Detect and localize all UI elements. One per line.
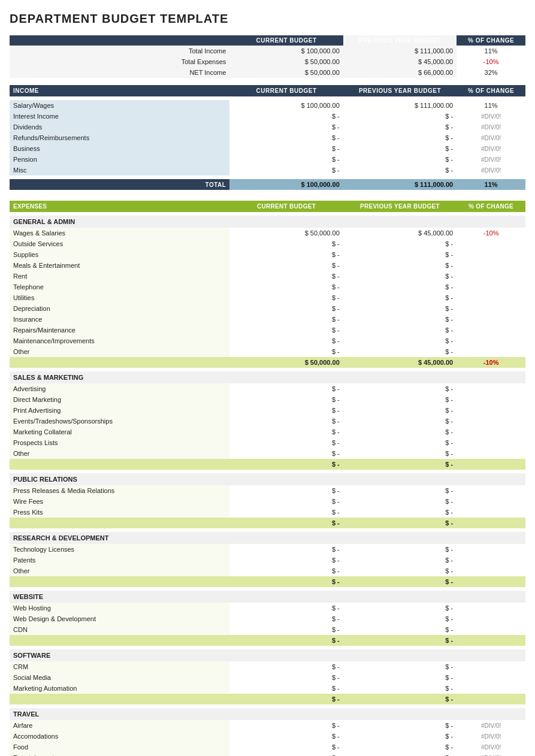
summary-table: CURRENT BUDGET PREVIOUS YEAR BUDGET % OF… <box>10 35 525 78</box>
expense-row: Airfare $ - $ - #DIV/0! <box>10 720 525 731</box>
page-title: DEPARTMENT BUDGET TEMPLATE <box>10 12 525 26</box>
expense-row-pct <box>457 303 525 314</box>
expense-row-current: $ - <box>229 555 343 566</box>
expense-row-pct <box>457 603 525 613</box>
expense-subtotal-previous: $ - <box>343 576 457 587</box>
expense-row-label: Other <box>10 346 229 357</box>
expenses-section-label: EXPENSES <box>10 201 229 212</box>
expense-row-label: Patents <box>10 555 229 566</box>
expense-row-label: Prospects Lists <box>10 437 229 448</box>
expense-row-label: CRM <box>10 661 229 672</box>
expense-row-pct <box>457 405 525 416</box>
summary-row: Total Income $ 100,000.00 $ 111,000.00 1… <box>10 46 525 56</box>
expense-row-previous: $ - <box>343 603 457 613</box>
expense-row-current: $ - <box>229 448 343 459</box>
expense-row: Print Advertising $ - $ - <box>10 405 525 416</box>
expense-row-label: Repairs/Maintenance <box>10 325 229 335</box>
expense-row-current: $ - <box>229 566 343 576</box>
expense-row: Food $ - $ - #DIV/0! <box>10 742 525 752</box>
expense-row-label: Insurance <box>10 314 229 325</box>
expense-row: Maintenance/Improvements $ - $ - <box>10 335 525 346</box>
expense-row: Web Design & Development $ - $ - <box>10 613 525 624</box>
expense-row-current: $ - <box>229 683 343 694</box>
expense-row-previous: $ - <box>343 613 457 624</box>
expense-row-pct <box>457 624 525 635</box>
income-row-label: Refunds/Reimbursements <box>10 132 229 143</box>
expense-row-current: $ - <box>229 720 343 731</box>
expense-row-current: $ - <box>229 624 343 635</box>
expense-subtotal-previous: $ - <box>343 518 457 528</box>
expense-row-label: Advertising <box>10 383 229 394</box>
expense-row-label: Press Kits <box>10 507 229 518</box>
expense-subtotal-previous: $ 45,000.00 <box>343 357 457 368</box>
income-row-previous: $ - <box>343 165 457 176</box>
expense-row-previous: $ - <box>343 485 457 496</box>
income-row: Dividends $ - $ - #DIV/0! <box>10 122 525 132</box>
expense-subtotal-row: $ - $ - <box>10 635 525 646</box>
expense-row-label: Direct Marketing <box>10 394 229 405</box>
expense-category-header: SALES & MARKETING <box>10 371 525 383</box>
expense-row-current: $ - <box>229 544 343 555</box>
expense-row-pct <box>457 544 525 555</box>
expense-row-pct <box>457 292 525 303</box>
expense-cat-name: PUBLIC RELATIONS <box>10 473 525 485</box>
expense-category-header: PUBLIC RELATIONS <box>10 473 525 485</box>
expense-row-current: $ - <box>229 271 343 282</box>
expense-row-previous: $ - <box>343 325 457 335</box>
expenses-col-current: CURRENT BUDGET <box>229 201 343 212</box>
expense-row-previous: $ - <box>343 282 457 292</box>
expense-row-current: $ - <box>229 496 343 507</box>
summary-current: $ 50,000.00 <box>229 56 343 67</box>
expense-row-pct <box>457 566 525 576</box>
expense-subtotal-row: $ - $ - <box>10 576 525 587</box>
expense-category-header: GENERAL & ADMIN <box>10 216 525 228</box>
expense-subtotal-pct <box>457 459 525 470</box>
income-row-label: Dividends <box>10 122 229 132</box>
summary-col-current: CURRENT BUDGET <box>229 35 343 46</box>
expense-row-previous: $ - <box>343 238 457 249</box>
expense-row-label: Rent <box>10 271 229 282</box>
income-row-previous: $ - <box>343 154 457 165</box>
summary-col-previous: PREVIOUS YEAR BUDGET <box>343 35 457 46</box>
income-row-current: $ - <box>229 122 343 132</box>
expense-row-current: $ - <box>229 303 343 314</box>
expense-row-current: $ - <box>229 335 343 346</box>
income-row-pct: #DIV/0! <box>457 154 525 165</box>
expense-row-label: Supplies <box>10 249 229 260</box>
expense-row-previous: $ - <box>343 292 457 303</box>
income-row-label: Business <box>10 143 229 154</box>
expense-row: Direct Marketing $ - $ - <box>10 394 525 405</box>
expense-row: Advertising $ - $ - <box>10 383 525 394</box>
expense-row-pct <box>457 507 525 518</box>
expense-row-label: Maintenance/Improvements <box>10 335 229 346</box>
expense-row-current: $ 50,000.00 <box>229 228 343 238</box>
summary-col-label <box>10 35 229 46</box>
expense-subtotal-pct <box>457 518 525 528</box>
expense-row-label: Telephone <box>10 282 229 292</box>
expense-row: Wages & Salaries $ 50,000.00 $ 45,000.00… <box>10 228 525 238</box>
income-row-previous: $ - <box>343 132 457 143</box>
summary-previous: $ 45,000.00 <box>343 56 457 67</box>
expense-row-pct <box>457 282 525 292</box>
expense-row: Meals & Entertainment $ - $ - <box>10 260 525 271</box>
expense-subtotal-previous: $ - <box>343 635 457 646</box>
expense-subtotal-current: $ - <box>229 518 343 528</box>
expense-subtotal-pct <box>457 576 525 587</box>
expense-row-label: Events/Tradeshows/Sponsorships <box>10 416 229 427</box>
expense-row-label: Airfare <box>10 720 229 731</box>
expense-row-label: Other <box>10 566 229 576</box>
expense-subtotal-current: $ - <box>229 694 343 704</box>
summary-label: NET Income <box>10 67 229 78</box>
expense-row-current: $ - <box>229 383 343 394</box>
income-total-row: TOTAL $ 100,000.00 $ 111,000.00 11% <box>10 179 525 190</box>
expense-subtotal-row: $ - $ - <box>10 518 525 528</box>
expense-row-label: Depreciation <box>10 303 229 314</box>
expense-row-current: $ - <box>229 437 343 448</box>
expense-row-previous: $ - <box>343 624 457 635</box>
expense-category-header: TRAVEL <box>10 708 525 720</box>
income-row-current: $ - <box>229 143 343 154</box>
expense-subtotal-current: $ - <box>229 635 343 646</box>
expense-row: Rent $ - $ - <box>10 271 525 282</box>
expense-row-pct <box>457 394 525 405</box>
expense-row-previous: $ - <box>343 249 457 260</box>
